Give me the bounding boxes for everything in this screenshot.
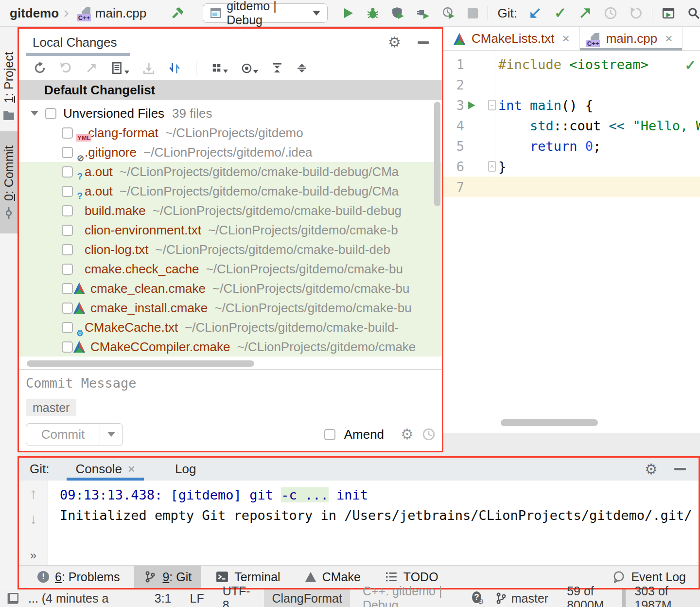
sidebar-tab-commit[interactable]: 0: Commit [0, 131, 18, 233]
file-row[interactable]: ? a.out ~/CLionProjects/gitdemo/cmake-bu… [19, 162, 442, 181]
file-encoding[interactable]: UTF-8 [223, 584, 251, 607]
file-row[interactable]: cmake.check_cache ~/CLionProjects/gitdem… [19, 259, 442, 279]
run-gutter-icon[interactable] [467, 101, 476, 110]
file-row[interactable]: cmake_clean.cmake ~/CLionProjects/gitdem… [19, 279, 442, 298]
file-checkbox[interactable] [62, 264, 73, 275]
caret-position[interactable]: 3:1 [155, 591, 172, 606]
memory-indicator[interactable]: 303 of 1987M [622, 589, 700, 607]
git-branch-widget[interactable]: master [495, 591, 548, 606]
chevron-down-icon[interactable] [31, 111, 38, 116]
tab-cmakelists[interactable]: CMakeLists.txt × [443, 27, 580, 50]
git-commit-button[interactable]: ✓ [554, 6, 566, 20]
status-message[interactable]: ... (4 minutes a [28, 591, 136, 606]
close-icon[interactable]: × [665, 31, 672, 46]
merge-button[interactable] [168, 62, 181, 74]
minimize-icon[interactable] [674, 468, 686, 470]
file-checkbox[interactable] [62, 186, 73, 197]
run-button[interactable] [342, 7, 354, 19]
tab-maincpp[interactable]: C++ main.cpp × [580, 27, 683, 50]
debug-button[interactable] [367, 7, 379, 19]
git-rollback-button[interactable] [630, 7, 642, 19]
vertical-scrollbar[interactable] [434, 102, 440, 206]
rollback-button[interactable] [59, 62, 72, 74]
local-changes-tab[interactable]: Local Changes [33, 35, 117, 50]
file-row[interactable]: cmake_install.cmake ~/CLionProjects/gitd… [19, 298, 442, 318]
amend-checkbox[interactable] [324, 429, 335, 440]
tab-console[interactable]: Console × [63, 458, 148, 481]
active-config[interactable]: C++: gitdemo | Debug [363, 584, 459, 607]
refresh-button[interactable] [34, 62, 46, 74]
file-checkbox[interactable] [62, 283, 73, 294]
file-row[interactable]: build.make ~/CLionProjects/gitdemo/cmake… [19, 201, 442, 220]
close-icon[interactable]: × [562, 31, 570, 46]
run-with-profiler-button[interactable] [442, 7, 455, 19]
inspections-ok-icon[interactable]: ✓ [685, 57, 696, 73]
changelist-actions-button[interactable] [111, 62, 129, 74]
console-output[interactable]: 09:13:13.438: [gitdemo] git -c ... initI… [48, 481, 692, 565]
file-checkbox[interactable] [62, 166, 73, 178]
collapse-all-button[interactable] [296, 62, 308, 74]
horizontal-scrollbar[interactable] [27, 360, 254, 367]
file-checkbox[interactable] [62, 147, 73, 158]
code-area[interactable]: 1 #include <iostream> 2 3 − int main() {… [443, 51, 700, 197]
code-line[interactable]: 4 std::cout << "Hello, W [443, 115, 700, 136]
commit-button[interactable]: Commit [26, 423, 123, 446]
breadcrumb-project[interactable]: gitdemo [10, 6, 59, 21]
group-checkbox[interactable] [45, 108, 56, 119]
unversioned-files-group[interactable]: Unversioned Files 39 files [19, 104, 442, 123]
file-row[interactable]: ? a.out ~/CLionProjects/gitdemo/cmake-bu… [19, 181, 442, 201]
commit-options-arrow[interactable] [100, 424, 122, 446]
code-line[interactable]: 1 #include <iostream> [443, 54, 700, 74]
changelist-header[interactable]: Default Changelist [19, 80, 442, 100]
expand-all-button[interactable] [271, 62, 283, 74]
tab-log[interactable]: Log [162, 458, 209, 481]
coverage-button[interactable] [392, 7, 404, 19]
file-checkbox[interactable] [62, 341, 73, 353]
commit-history-icon[interactable] [422, 428, 435, 441]
git-push-button[interactable] [579, 7, 592, 19]
shelve-button[interactable] [142, 62, 155, 74]
group-by-button[interactable] [211, 63, 228, 73]
sidebar-tab-project[interactable]: 1: Project [0, 50, 18, 123]
stop-button[interactable] [468, 8, 478, 18]
jump-to-source-button[interactable] [85, 62, 98, 74]
file-row[interactable]: ⚙ CMakeCache.txt ~/CLionProjects/gitdemo… [19, 318, 442, 337]
file-row[interactable]: CMakeCCompiler.cmake ~/CLionProjects/git… [19, 337, 442, 357]
file-checkbox[interactable] [62, 322, 73, 333]
scroll-up-icon[interactable]: ↑ [30, 486, 37, 501]
inspections-widget-icon[interactable]: ?⚙ [472, 591, 483, 605]
more-actions-icon[interactable]: » [30, 549, 36, 562]
commit-message-input[interactable]: Commit Message [26, 375, 137, 391]
file-row[interactable]: clion-environment.txt ~/CLionProjects/gi… [19, 220, 442, 240]
tool-window-toggle-icon[interactable] [7, 592, 19, 605]
git-history-button[interactable] [604, 7, 617, 19]
commit-settings-gear-icon[interactable]: ⚙ [401, 427, 414, 442]
code-line[interactable]: 7 [443, 177, 700, 197]
file-checkbox[interactable] [62, 225, 73, 236]
file-checkbox[interactable] [62, 205, 73, 216]
toolwindow-button-git[interactable]: 9: Git [134, 566, 201, 588]
file-checkbox[interactable] [62, 244, 73, 255]
fold-marker[interactable]: ˄ [488, 161, 496, 172]
code-line[interactable]: 6 ˄ } [443, 156, 700, 177]
close-icon[interactable]: × [128, 462, 135, 477]
clang-format-widget[interactable]: ClangFormat [264, 589, 350, 607]
minimize-icon[interactable] [418, 41, 429, 44]
toolwindow-button-cmake[interactable]: CMake [295, 566, 370, 588]
fold-marker[interactable]: − [488, 100, 496, 110]
code-line[interactable]: 2 [443, 74, 700, 95]
breadcrumb-file[interactable]: main.cpp [95, 6, 147, 21]
build-hammer-icon[interactable] [171, 7, 183, 19]
gear-icon[interactable]: ⚙ [388, 35, 401, 50]
preview-diff-button[interactable] [241, 63, 258, 74]
file-row[interactable]: ⊘ .gitignore ~/CLionProjects/gitdemo/.id… [19, 143, 442, 162]
file-checkbox[interactable] [62, 127, 73, 139]
file-row[interactable]: YML .clang-format ~/CLionProjects/gitdem… [19, 123, 442, 143]
run-anything-console-icon[interactable] [662, 7, 675, 19]
code-line[interactable]: 3 − int main() { [443, 95, 700, 115]
heap-indicator[interactable]: 59 of 8000M [567, 584, 622, 607]
run-configuration-select[interactable]: gitdemo | Debug [203, 3, 327, 23]
code-line[interactable]: 5 return 0; [443, 136, 700, 156]
git-update-button[interactable] [529, 7, 542, 19]
gear-icon[interactable]: ⚙ [645, 462, 658, 477]
